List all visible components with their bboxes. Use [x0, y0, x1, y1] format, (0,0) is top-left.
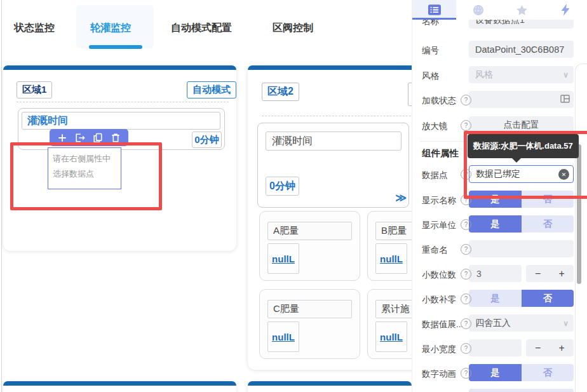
widget-toolbar: [50, 129, 128, 146]
panel-tab-theme[interactable]: [456, 0, 500, 20]
clear-icon[interactable]: ✕: [558, 169, 569, 180]
expand-double-chevron-icon[interactable]: ≫: [395, 191, 407, 205]
code-input[interactable]: DataPoint_30C6B087: [469, 41, 574, 58]
zero-pad-no[interactable]: 否: [522, 290, 574, 307]
layout-config-icon[interactable]: [560, 95, 570, 105]
fertilizer-b-widget[interactable]: B肥量 nullL: [367, 211, 412, 281]
zero-pad-help-icon[interactable]: ?: [461, 294, 471, 304]
fertilizer-total-label: 累计施: [375, 300, 412, 318]
datapoint-input[interactable]: 数据已绑定 ✕: [469, 165, 574, 183]
magnifier-help-icon[interactable]: ?: [461, 120, 471, 131]
decimals-minus-button[interactable]: −: [526, 265, 550, 282]
star-icon: [516, 4, 528, 16]
zone1-irrigation-time-label: 灌溉时间: [22, 112, 220, 130]
show-name-toggle[interactable]: 是 否: [469, 191, 574, 208]
bottom-right-card-partial[interactable]: [248, 381, 412, 392]
rename-input[interactable]: [469, 240, 574, 257]
bottom-left-card-topbar: [3, 381, 236, 386]
number-animation-no[interactable]: 否: [522, 364, 574, 381]
zone2-title: 区域2: [262, 83, 299, 101]
show-unit-yes[interactable]: 是: [469, 215, 522, 233]
zone1-duration-value: 0分钟: [192, 132, 222, 148]
chevron-down-icon: ∨: [563, 71, 569, 79]
panel-tab-events[interactable]: [544, 0, 587, 20]
irrigation-dashboard: 状态监控 轮灌监控 自动模式配置 区阀控制 区域1 自动模式 灌溉时间 0分钟 …: [0, 0, 587, 392]
zone1-card[interactable]: 区域1 自动模式 灌溉时间 0分钟 请在右侧属性中选择数据点: [3, 65, 236, 251]
decimals-stepper: − +: [526, 265, 574, 282]
move-out-icon[interactable]: [74, 132, 86, 144]
min-width-minus-button[interactable]: −: [526, 339, 550, 356]
fertilizer-a-value: nullL: [267, 243, 299, 274]
datapoint-label: 数据点: [422, 170, 448, 181]
show-unit-no[interactable]: 否: [522, 215, 574, 233]
zero-pad-yes[interactable]: 是: [469, 290, 522, 307]
loading-state-help-icon[interactable]: ?: [461, 95, 471, 105]
show-name-no[interactable]: 否: [522, 191, 574, 208]
zero-pad-toggle[interactable]: 是 否: [469, 290, 574, 307]
show-unit-toggle[interactable]: 是 否: [469, 215, 574, 233]
panel-active-tab-underline: [412, 18, 456, 20]
fertilizer-total-value: nullL: [375, 321, 407, 352]
datasource-tooltip: 数据源:水肥一体机.data.57: [468, 134, 579, 158]
chevron-down-icon: ∨: [563, 319, 569, 328]
fertilizer-total-widget[interactable]: 累计施 nullL: [367, 289, 412, 359]
value-display-select[interactable]: 四舍五入 ∨: [469, 314, 574, 332]
style-placeholder: 风格: [475, 69, 493, 81]
loading-state-input[interactable]: [469, 91, 574, 108]
zone2-duration-value: 0分钟: [266, 177, 299, 196]
value-display-selected: 四舍五入: [475, 318, 511, 329]
panel-scrollbar-thumb[interactable]: [577, 144, 581, 284]
value-display-label: 数据值展...: [422, 319, 463, 330]
decimals-help-icon[interactable]: ?: [461, 269, 471, 280]
decimals-plus-button[interactable]: +: [550, 265, 574, 282]
number-animation-label: 数字动画: [422, 368, 456, 380]
datapoint-help-icon[interactable]: ?: [461, 169, 471, 180]
canvas-area: 区域1 自动模式 灌溉时间 0分钟 请在右侧属性中选择数据点 区域2 灌溉时间: [0, 0, 412, 392]
show-name-help-icon[interactable]: ?: [461, 194, 471, 205]
number-animation-yes[interactable]: 是: [469, 364, 522, 381]
zone2-card-topbar: [248, 65, 412, 70]
component-props-section-title: 组件属性: [422, 147, 459, 159]
fertilizer-c-value: nullL: [267, 321, 299, 352]
zone2-irrigation-panel[interactable]: 灌溉时间 0分钟 ≫: [257, 123, 409, 208]
magnifier-label: 放大镜: [422, 121, 448, 132]
fertilizer-a-label: A肥量: [267, 222, 352, 240]
datapoint-bound-text: 数据已绑定: [476, 168, 520, 180]
copy-icon[interactable]: [92, 132, 104, 144]
panel-tabs: [412, 0, 587, 20]
show-unit-help-icon[interactable]: ?: [461, 219, 471, 230]
zone1-card-topbar: [3, 65, 236, 70]
fertilizer-b-value: nullL: [375, 243, 407, 274]
panel-tab-properties[interactable]: [412, 0, 456, 20]
rename-help-icon[interactable]: ?: [461, 244, 471, 255]
zone2-card[interactable]: 区域2 灌溉时间 0分钟 ≫ A肥量 nullL B肥量 nullL C肥量 n…: [248, 65, 412, 370]
properties-panel: 名称 设备数据点1 编号 DataPoint_30C6B087 风格 风格 ∨ …: [412, 0, 587, 392]
decimals-input[interactable]: 3: [469, 265, 522, 282]
min-width-help-icon[interactable]: ?: [461, 343, 471, 354]
style-select[interactable]: 风格 ∨: [469, 66, 574, 83]
fertilizer-a-widget[interactable]: A肥量 nullL: [259, 211, 360, 281]
zone2-irrigation-time-label: 灌溉时间: [266, 132, 401, 151]
min-width-plus-button[interactable]: +: [550, 339, 574, 356]
zero-pad-label: 小数补零: [422, 294, 456, 306]
decimals-label: 小数位数: [422, 269, 456, 281]
rename-label: 重命名: [422, 245, 448, 256]
min-width-input[interactable]: [469, 339, 522, 356]
fertilizer-b-label: B肥量: [375, 222, 412, 240]
zone1-title: 区域1: [17, 81, 52, 98]
magnifier-config-button[interactable]: 点击配置: [469, 116, 574, 133]
delete-icon[interactable]: [110, 132, 121, 144]
add-icon[interactable]: [57, 132, 68, 144]
zone1-auto-mode-button[interactable]: 自动模式: [187, 81, 236, 98]
datapoint-placeholder-widget[interactable]: 请在右侧属性中选择数据点: [48, 147, 121, 189]
tooltip-arrow: [511, 158, 522, 168]
bottom-left-card-partial[interactable]: [3, 381, 236, 392]
number-animation-help-icon[interactable]: ?: [461, 368, 471, 379]
list-icon: [428, 4, 441, 15]
show-name-yes[interactable]: 是: [469, 191, 522, 208]
number-animation-toggle[interactable]: 是 否: [469, 364, 574, 381]
show-unit-label: 显示单位: [422, 220, 456, 231]
fertilizer-c-widget[interactable]: C肥量 nullL: [259, 289, 360, 359]
value-display-help-icon[interactable]: ?: [461, 318, 471, 329]
panel-tab-favorites[interactable]: [500, 0, 544, 20]
